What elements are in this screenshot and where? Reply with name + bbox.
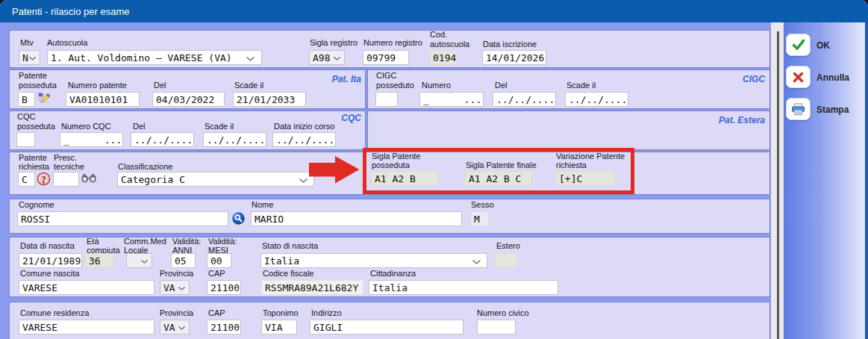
sigla-registro-select[interactable]: A98 (309, 50, 345, 65)
red-arrow-annotation (308, 155, 360, 184)
provincia-nascita-select[interactable]: VA (160, 280, 190, 295)
cittadinanza-label: Cittadinanza (370, 270, 416, 278)
ok-button[interactable] (786, 34, 811, 56)
chevron-down-icon (178, 326, 185, 330)
glasses-icon[interactable] (81, 172, 97, 184)
indirizzo-input[interactable]: GIGLI (310, 320, 463, 335)
cigc-del-label: Del (495, 81, 508, 90)
chevron-down-icon (29, 57, 36, 60)
cqc-numero-label: Numero CQC (61, 122, 111, 131)
comune-residenza-input[interactable]: VARESE (19, 320, 154, 335)
data-nascita-input[interactable]: 21/01/1989 (19, 253, 82, 268)
check-icon (791, 38, 806, 52)
stato-nascita-value: Italia (264, 255, 299, 267)
mtv-select[interactable]: N (19, 50, 40, 65)
help-icon[interactable]: ? (37, 172, 51, 186)
comune-nascita-input[interactable]: VARESE (19, 280, 154, 295)
patente-posseduta-input[interactable]: B (18, 92, 35, 107)
estero-field (495, 253, 518, 267)
chevron-down-icon (178, 287, 185, 290)
stampa-button[interactable] (786, 98, 811, 120)
annulla-button[interactable] (786, 66, 811, 88)
patente-scade-label: Scade il (234, 81, 263, 90)
patente-richiesta-label-1: Patente (19, 154, 47, 162)
cigc-scade-label: Scade il (566, 81, 596, 90)
comune-residenza-label: Comune residenza (20, 309, 89, 317)
patente-posseduta-label-1: Patente (19, 72, 47, 80)
edit-pencil-icon[interactable] (37, 92, 51, 105)
data-nascita-label: Data di nascita (20, 242, 75, 250)
presc-tecniche-label-2: tecniche (54, 163, 84, 171)
cigc-numero-label: Numero (422, 81, 451, 90)
cqc-posseduta-input[interactable] (16, 132, 35, 147)
highlight-red-box (363, 148, 634, 194)
classificazione-value: Categoria C (121, 174, 185, 185)
cigc-del-input[interactable]: ../../.... (493, 92, 556, 107)
numero-registro-input[interactable]: 09799 (363, 50, 409, 65)
toponimo-input[interactable]: VIA (261, 320, 297, 335)
nome-input[interactable]: MARIO (251, 211, 462, 226)
numero-civico-input[interactable] (477, 320, 516, 335)
cap-residenza-label: CAP (208, 309, 225, 317)
stampa-label: Stampa (817, 105, 849, 115)
comune-nascita-label: Comune nascita (20, 270, 80, 278)
provincia-residenza-select[interactable]: VA (160, 320, 190, 335)
stato-nascita-select[interactable]: Italia (260, 253, 487, 268)
classificazione-label: Classificazione (118, 163, 172, 171)
window-title: Patenti - rilascio per esame (12, 0, 130, 22)
stato-nascita-label: Stato di nascita (262, 242, 318, 250)
sigla-registro-label: Sigla registro (310, 39, 357, 47)
eta-field: 36 (85, 253, 114, 268)
numero-patente-input[interactable]: VA01010101 (66, 92, 140, 107)
cod-autoscuola-label-2: autoscuola (430, 40, 469, 49)
data-iscrizione-label: Data iscrizione (483, 40, 537, 49)
cigc-scade-input[interactable]: ../../.... (565, 92, 628, 107)
numero-patente-label: Numero patente (68, 81, 127, 90)
validita-anni-input[interactable]: 05 (171, 253, 196, 268)
comm-med-label-1: Comm.Med (124, 237, 166, 246)
cigc-posseduto-input[interactable] (375, 92, 398, 107)
patente-richiesta-label-2: richiesta (19, 163, 49, 171)
x-icon (792, 71, 805, 84)
autoscuola-value: 1. Aut. Voldomino – VARESE (VA) (51, 52, 232, 63)
mtv-value: N (22, 52, 28, 63)
nome-label: Nome (252, 201, 273, 209)
ok-label: OK (817, 40, 830, 51)
sigla-registro-value: A98 (313, 52, 330, 63)
provincia-nascita-value: VA (163, 282, 175, 293)
estero-label: Estero (496, 242, 520, 250)
cqc-numero-input[interactable]: _ ... (60, 132, 123, 147)
sesso-field: M (470, 211, 489, 226)
printer-icon (791, 103, 805, 116)
cqc-del-input[interactable]: ../../.... (131, 132, 194, 147)
validita-mesi-label-1: Validità: (208, 237, 237, 246)
cqc-inizio-corso-label: Data inizio corso (274, 122, 334, 131)
cap-nascita-label: CAP (208, 270, 225, 278)
classificazione-select[interactable]: Categoria C (117, 172, 314, 187)
window-right-edge (865, 22, 868, 339)
cigc-numero-input[interactable]: _ ... (419, 92, 484, 107)
cqc-inizio-corso-input[interactable]: ../../.... (272, 132, 336, 147)
autoscuola-select[interactable]: 1. Aut. Voldomino – VARESE (VA) (47, 50, 262, 65)
comm-med-select[interactable] (126, 253, 152, 268)
data-iscrizione-input[interactable]: 14/01/2026 (482, 50, 546, 65)
validita-mesi-input[interactable]: 00 (207, 253, 231, 268)
codice-fiscale-field: RSSMRA89A21L682Y (261, 280, 363, 295)
cap-residenza-input[interactable]: 21100 (207, 320, 241, 335)
chevron-down-icon (141, 260, 148, 264)
search-icon[interactable] (232, 212, 245, 225)
presc-tecniche-input[interactable] (53, 172, 79, 187)
patente-richiesta-input[interactable]: C (18, 172, 35, 187)
presc-tecniche-label-1: Presc. (54, 154, 77, 162)
cognome-input[interactable]: ROSSI (17, 211, 228, 226)
cap-nascita-input[interactable]: 21100 (207, 280, 241, 295)
chevron-down-icon (246, 57, 255, 61)
cigc-posseduto-label-2: posseduto (376, 81, 414, 90)
patente-scade-input[interactable]: 21/01/2033 (233, 92, 306, 107)
cqc-posseduta-label-1: CQC (17, 113, 35, 121)
cod-autoscuola-field: 0194 (429, 50, 457, 65)
patenti-window: Patenti - rilascio per esame Mtv N Autos… (0, 0, 868, 339)
patente-del-input[interactable]: 04/03/2022 (152, 92, 225, 107)
cqc-scade-input[interactable]: ../../.... (203, 132, 266, 147)
cittadinanza-input[interactable]: Italia (369, 280, 558, 295)
